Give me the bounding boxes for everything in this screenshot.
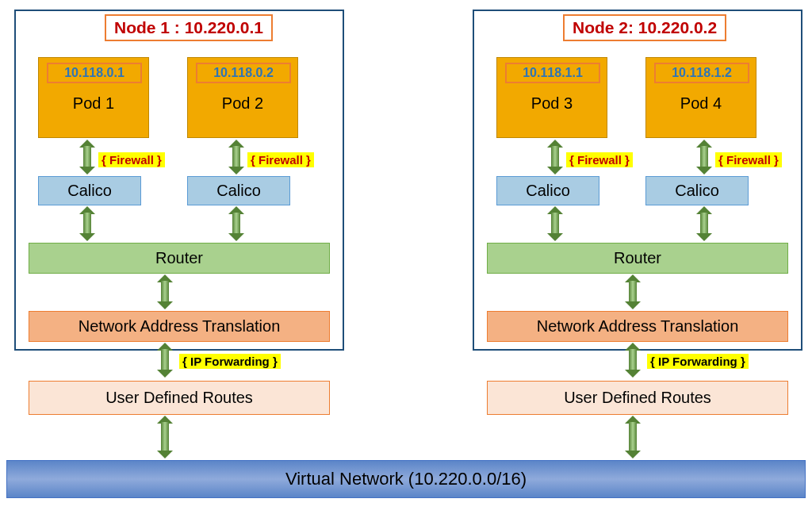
node-2-pod-4-label: Pod 4	[646, 94, 756, 113]
arrow-icon	[157, 274, 173, 309]
arrow-icon	[625, 416, 641, 458]
node-1-pod-1: 10.118.0.1 Pod 1	[38, 57, 149, 138]
arrow-icon	[625, 274, 641, 309]
node-2-pod-3-ip: 10.118.1.1	[505, 63, 600, 83]
arrow-icon	[228, 140, 244, 175]
node-1-pod-2-ip: 10.118.0.2	[196, 63, 291, 83]
arrow-icon	[547, 206, 563, 241]
node-1-udr: User Defined Routes	[29, 381, 330, 415]
node-2-udr: User Defined Routes	[487, 381, 788, 415]
node-1-calico-2: Calico	[187, 176, 290, 205]
arrow-icon	[625, 343, 641, 378]
node-1-pod-1-ip: 10.118.0.1	[47, 63, 142, 83]
node-2-calico-2: Calico	[645, 176, 749, 205]
node-1-ipfwd: { IP Forwarding }	[179, 354, 281, 369]
node-2-pod-3-label: Pod 3	[497, 94, 607, 113]
arrow-icon	[79, 206, 95, 241]
node-2-pod-3: 10.118.1.1 Pod 3	[496, 57, 607, 138]
node-1-pod-2-label: Pod 2	[188, 94, 297, 113]
node-1-calico-1: Calico	[38, 176, 141, 205]
arrow-icon	[228, 206, 244, 241]
arrow-icon	[696, 206, 712, 241]
arrow-icon	[79, 140, 95, 175]
node-2-firewall-1: { Firewall }	[566, 152, 633, 167]
node-2-title: Node 2: 10.220.0.2	[563, 14, 726, 41]
node-1-firewall-2: { Firewall }	[247, 152, 314, 167]
node-1-firewall-1: { Firewall }	[98, 152, 165, 167]
node-2-router: Router	[487, 243, 788, 274]
node-2-calico-1: Calico	[496, 176, 599, 205]
node-1-pod-2: 10.118.0.2 Pod 2	[187, 57, 298, 138]
arrow-icon	[157, 416, 173, 458]
arrow-icon	[157, 343, 173, 378]
node-2-nat: Network Address Translation	[487, 311, 788, 342]
node-2-ipfwd: { IP Forwarding }	[647, 354, 749, 369]
virtual-network: Virtual Network (10.220.0.0/16)	[6, 460, 806, 498]
node-1-nat: Network Address Translation	[29, 311, 330, 342]
node-1-pod-1-label: Pod 1	[39, 94, 148, 113]
node-1-router: Router	[29, 243, 330, 274]
node-2-pod-4: 10.118.1.2 Pod 4	[645, 57, 756, 138]
node-2-pod-4-ip: 10.118.1.2	[654, 63, 749, 83]
arrow-icon	[696, 140, 712, 175]
arrow-icon	[547, 140, 563, 175]
node-1-title: Node 1 : 10.220.0.1	[105, 14, 273, 41]
node-2-firewall-2: { Firewall }	[715, 152, 782, 167]
